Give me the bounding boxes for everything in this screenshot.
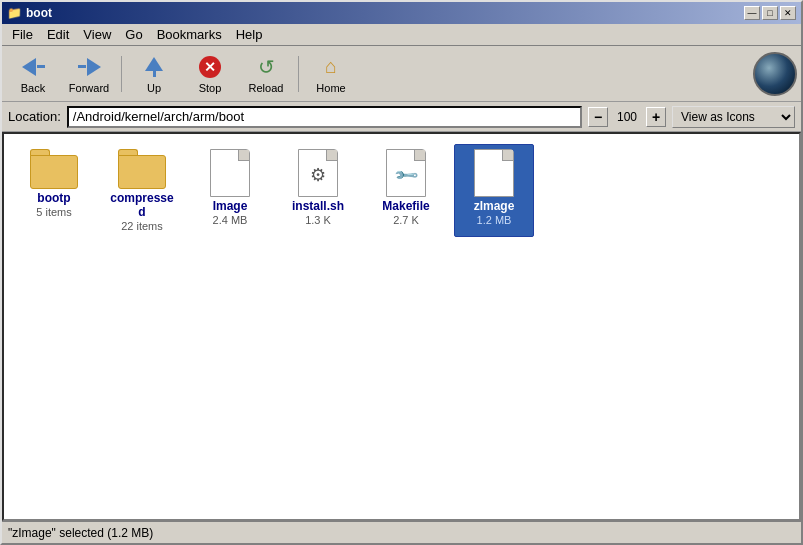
reload-icon: ↺ [258, 54, 275, 80]
back-button[interactable]: Back [6, 50, 60, 98]
title-bar: 📁 boot — □ ✕ [2, 2, 801, 24]
gear-symbol: ⚙ [310, 164, 326, 186]
back-label: Back [21, 82, 45, 94]
file-name-makefile: Makefile [382, 199, 429, 213]
file-item-bootp[interactable]: bootp 5 items [14, 144, 94, 237]
folder-icon-bootp [30, 149, 78, 189]
file-item-makefile[interactable]: 🔧 Makefile 2.7 K [366, 144, 446, 237]
file-item-installsh[interactable]: ⚙ install.sh 1.3 K [278, 144, 358, 237]
file-name-bootp: bootp [37, 191, 70, 205]
up-button[interactable]: Up [127, 50, 181, 98]
toolbar-separator-1 [121, 56, 122, 92]
file-item-zimage[interactable]: zImage 1.2 MB [454, 144, 534, 237]
stop-label: Stop [199, 82, 222, 94]
reload-label: Reload [249, 82, 284, 94]
window-title-icon: 📁 [7, 6, 22, 20]
stop-button[interactable]: ✕ Stop [183, 50, 237, 98]
globe-icon [753, 52, 797, 96]
title-controls: — □ ✕ [744, 6, 796, 20]
folder-icon-compressed [118, 149, 166, 189]
main-window: 📁 boot — □ ✕ File Edit View Go Bookmarks… [0, 0, 803, 545]
file-meta-compressed: 22 items [121, 220, 163, 232]
file-meta-image: 2.4 MB [213, 214, 248, 226]
zoom-minus-button[interactable]: − [588, 107, 608, 127]
menu-bookmarks[interactable]: Bookmarks [151, 25, 228, 44]
script-icon-installsh: ⚙ [298, 149, 338, 197]
status-text: "zImage" selected (1.2 MB) [8, 526, 153, 540]
file-meta-bootp: 5 items [36, 206, 71, 218]
home-label: Home [316, 82, 345, 94]
close-button[interactable]: ✕ [780, 6, 796, 20]
file-doc-icon-image [210, 149, 250, 197]
location-label: Location: [8, 109, 61, 124]
toolbar-separator-2 [298, 56, 299, 92]
home-icon: ⌂ [325, 54, 337, 80]
location-bar: Location: − 100 + View as Icons View as … [2, 102, 801, 132]
home-button[interactable]: ⌂ Home [304, 50, 358, 98]
file-name-zimage: zImage [474, 199, 515, 213]
menu-go[interactable]: Go [119, 25, 148, 44]
menu-edit[interactable]: Edit [41, 25, 75, 44]
menu-view[interactable]: View [77, 25, 117, 44]
minimize-button[interactable]: — [744, 6, 760, 20]
toolbar: Back Forward Up [2, 46, 801, 102]
window-title: boot [26, 6, 52, 20]
view-select[interactable]: View as Icons View as List View as Colum… [672, 106, 795, 128]
back-icon [22, 54, 45, 80]
forward-button[interactable]: Forward [62, 50, 116, 98]
maximize-button[interactable]: □ [762, 6, 778, 20]
zoom-plus-button[interactable]: + [646, 107, 666, 127]
file-item-compressed[interactable]: compressed 22 items [102, 144, 182, 237]
zimage-icon [474, 149, 514, 197]
up-icon [145, 54, 163, 80]
menu-file[interactable]: File [6, 25, 39, 44]
file-name-compressed: compressed [107, 191, 177, 219]
file-name-installsh: install.sh [292, 199, 344, 213]
forward-icon [78, 54, 101, 80]
status-bar: "zImage" selected (1.2 MB) [2, 521, 801, 543]
file-name-image: Image [213, 199, 248, 213]
up-label: Up [147, 82, 161, 94]
file-area: bootp 5 items compressed 22 items Image … [2, 132, 801, 521]
file-item-image[interactable]: Image 2.4 MB [190, 144, 270, 237]
file-meta-zimage: 1.2 MB [477, 214, 512, 226]
zoom-value: 100 [614, 110, 640, 124]
stop-circle: ✕ [199, 56, 221, 78]
wrench-symbol: 🔧 [392, 161, 420, 189]
stop-icon: ✕ [199, 54, 221, 80]
location-input[interactable] [67, 106, 582, 128]
menu-help[interactable]: Help [230, 25, 269, 44]
reload-button[interactable]: ↺ Reload [239, 50, 293, 98]
makefile-icon: 🔧 [386, 149, 426, 197]
file-meta-makefile: 2.7 K [393, 214, 419, 226]
forward-label: Forward [69, 82, 109, 94]
file-meta-installsh: 1.3 K [305, 214, 331, 226]
menu-bar: File Edit View Go Bookmarks Help [2, 24, 801, 46]
title-text: 📁 boot [7, 6, 52, 20]
